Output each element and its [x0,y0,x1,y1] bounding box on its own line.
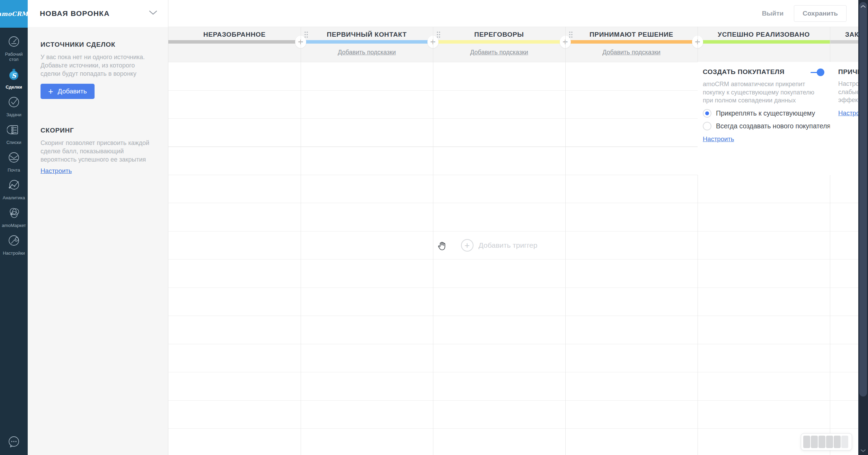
support-chat-icon[interactable] [6,434,21,451]
scoring-configure-link[interactable]: Настроить [41,167,72,175]
sidebar-item-label: Сделки [6,84,22,90]
settings-wrench-icon [7,234,21,249]
radio-attach-existing[interactable]: Прикреплять к существующему [703,109,824,118]
sidebar-item-label: Почта [8,167,20,173]
stage-column-decision: + ПРИНИМАЮТ РЕШЕНИЕ Добавить подсказки [565,27,698,62]
scroll-down-icon[interactable] [858,449,868,452]
amocrm-logo: amoCRM. [0,0,28,28]
add-hints-link[interactable]: Добавить подсказки [565,49,698,56]
add-hints-link[interactable]: Добавить подсказки [301,49,433,56]
create-buyer-card: СОЗДАТЬ ПОКУПАТЕЛЯ amoCRM автоматически … [698,62,830,175]
minimap-column-block [841,436,848,448]
stage-color-bar [301,40,433,44]
stage-color-bar [168,40,301,44]
add-source-label: Добавить [58,88,87,95]
minimap-column-block [834,436,841,448]
scroll-up-icon[interactable] [858,5,868,8]
mail-icon [7,151,21,166]
stage-color-bar [565,40,698,44]
stage-color-bar [433,40,565,44]
hand-grab-cursor [437,241,448,253]
svg-text:S: S [12,72,17,79]
sources-section: ИСТОЧНИКИ СДЕЛОК У вас пока нет ни одног… [41,41,155,99]
funnel-settings-panel: НОВАЯ ВОРОНКА ИСТОЧНИКИ СДЕЛОК У вас пок… [28,0,168,455]
funnel-header[interactable]: НОВАЯ ВОРОНКА [28,0,168,27]
column-divider [433,27,433,455]
exit-button[interactable]: Выйти [762,10,784,17]
sidebar-item-desktop[interactable]: Рабочий стол [0,35,28,62]
plus-circle-icon: + [461,239,473,252]
pipeline-editor: Выйти Сохранить НЕРАЗОБРАННОЕ + ПЕРВИЧНЫ… [168,0,868,455]
sidebar-item-label: Рабочий стол [1,52,27,62]
analytics-icon [7,178,21,193]
lists-icon [7,123,21,138]
create-buyer-toggle-on[interactable] [811,69,824,76]
stage-name[interactable]: НЕРАЗОБРАННОЕ [168,31,301,38]
add-hints-link[interactable]: Добавить подсказки [433,49,565,56]
add-trigger-label: Добавить триггер [479,241,538,249]
sidebar-item-lists[interactable]: Списки [0,123,28,145]
app-sidebar: amoCRM. Рабочий стол S Сделки Задачи Спи… [0,0,28,455]
minimap-column-block [826,436,833,448]
create-buyer-title: СОЗДАТЬ ПОКУПАТЕЛЯ [703,68,811,76]
save-button[interactable]: Сохранить [794,5,847,22]
sidebar-item-label: Списки [6,140,21,145]
stage-column-success: + УСПЕШНО РЕАЛИЗОВАНО [698,27,830,62]
radio-always-create-new[interactable]: Всегда создавать нового покупателя [703,122,824,130]
scoring-heading: СКОРИНГ [41,127,155,134]
sources-heading: ИСТОЧНИКИ СДЕЛОК [41,41,155,48]
add-trigger-ghost-button[interactable]: + Добавить триггер [433,238,565,253]
sidebar-item-mail[interactable]: Почта [0,151,28,173]
add-source-button[interactable]: + Добавить [41,84,95,99]
dashboard-icon [7,35,21,50]
tasks-check-icon [7,95,21,110]
scoring-description: Скоринг позволяет присвоить каждой сделк… [41,139,155,164]
stage-name[interactable]: ПЕРЕГОВОРЫ [433,31,565,38]
minimap-column-block [818,436,825,448]
sidebar-item-label: Настройки [3,251,25,256]
stage-column-negotiation: + ПЕРЕГОВОРЫ Добавить подсказки [433,27,565,62]
column-divider [301,27,301,455]
stage-column-unsorted: НЕРАЗОБРАННОЕ [168,27,301,62]
sidebar-item-deals[interactable]: S Сделки [0,67,28,90]
sidebar-item-settings[interactable]: Настройки [0,234,28,256]
minimap-column-block [811,436,818,448]
sources-description: У вас пока нет ни одного источника. Доба… [41,53,155,78]
column-divider [565,27,566,455]
stage-name[interactable]: ПРИНИМАЮТ РЕШЕНИЕ [565,31,698,38]
scrollbar-thumb[interactable] [859,2,867,397]
market-icon [7,206,21,221]
vertical-scrollbar[interactable] [858,0,868,455]
sidebar-item-tasks[interactable]: Задачи [0,95,28,117]
sidebar-item-label: Аналитика [3,195,25,200]
plus-icon: + [48,87,53,96]
sidebar-item-analytics[interactable]: Аналитика [0,178,28,200]
funnel-title: НОВАЯ ВОРОНКА [40,9,149,18]
sidebar-nav: Рабочий стол S Сделки Задачи Списки Почт… [0,28,28,261]
stage-header-band: НЕРАЗОБРАННОЕ + ПЕРВИЧНЫЙ КОНТАКТ Добави… [168,27,868,62]
stage-color-bar [698,40,830,44]
sidebar-item-label: amoМаркет [2,223,26,228]
create-buyer-description: amoCRM автоматически прикрепит покупку к… [703,80,824,105]
stage-column-first-contact: + ПЕРВИЧНЫЙ КОНТАКТ Добавить подсказки [301,27,433,62]
chevron-down-icon[interactable] [149,10,158,17]
scoring-section: СКОРИНГ Скоринг позволяет присвоить кажд… [41,127,155,175]
minimap-column-block [803,436,810,448]
pipeline-minimap[interactable] [801,433,852,451]
stage-name[interactable]: УСПЕШНО РЕАЛИЗОВАНО [698,31,830,38]
editor-topbar: Выйти Сохранить [168,0,868,27]
create-buyer-configure-link[interactable]: Настроить [703,135,734,143]
radio-unselected-icon [703,122,711,130]
radio-selected-icon [703,109,711,118]
stage-name[interactable]: ПЕРВИЧНЫЙ КОНТАКТ [301,31,433,38]
deals-icon: S [7,67,21,83]
sidebar-item-market[interactable]: amoМаркет [0,206,28,228]
sidebar-item-label: Задачи [6,112,21,117]
